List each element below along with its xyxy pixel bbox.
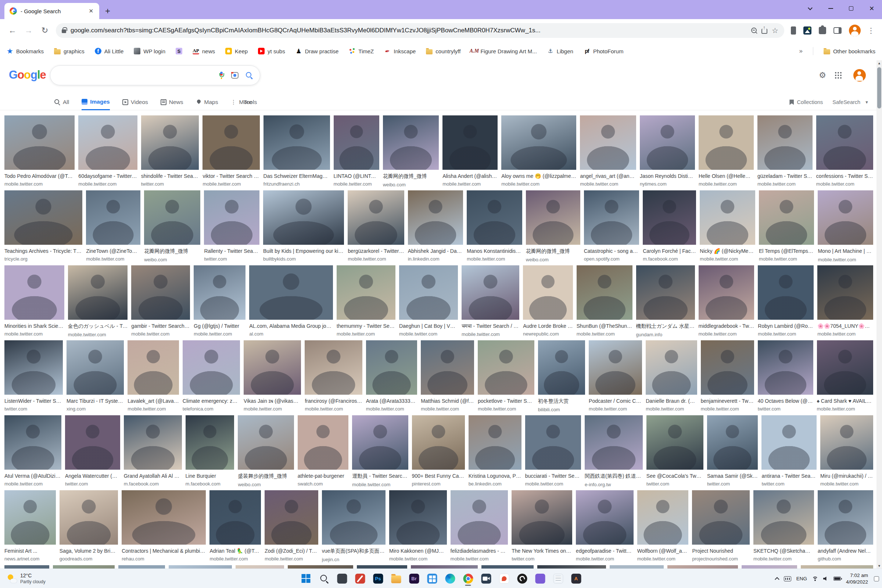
share-icon[interactable]	[762, 28, 767, 34]
result-card[interactable]: Rallenty - Twitter Search / T...twitter.…	[204, 190, 260, 262]
result-thumbnail[interactable]	[585, 415, 643, 470]
result-card[interactable]	[411, 565, 478, 568]
result-card[interactable]: Helle Olsen (@HelleOlsen11) ...mobile.tw…	[699, 116, 754, 188]
phone-extension-icon[interactable]	[791, 27, 796, 34]
result-card[interactable]: middlegradebook - Twitter Se...mobile.tw…	[699, 266, 754, 338]
result-card[interactable]	[357, 565, 407, 568]
result-card[interactable]: Aloy owns me 🤭 (@lizzpalmerx2000) / Twit…	[501, 116, 576, 188]
result-card[interactable]: Built by Kids | Empowering our kids who …	[263, 190, 344, 262]
result-thumbnail[interactable]	[411, 565, 478, 568]
result-thumbnail[interactable]	[65, 415, 120, 470]
result-thumbnail[interactable]	[399, 266, 458, 320]
settings-gear-icon[interactable]: ⚙	[819, 70, 826, 80]
result-thumbnail[interactable]	[408, 190, 464, 245]
result-thumbnail[interactable]	[298, 415, 348, 470]
taskbar-app-edge[interactable]	[443, 572, 458, 586]
taskbar-app-ms-store[interactable]	[425, 572, 440, 586]
result-thumbnail[interactable]	[334, 116, 379, 170]
lock-icon[interactable]	[62, 29, 66, 33]
new-tab-button[interactable]: +	[102, 6, 113, 16]
result-card[interactable]: LINTAO (@LINTAO0717)...mobile.twitter.co…	[334, 116, 379, 188]
result-card[interactable]: Zodi (@Zodi_Eci) / Twit...mobile.twitter…	[265, 490, 318, 562]
result-thumbnail[interactable]	[421, 340, 474, 395]
result-card[interactable]: Podcaster / Comic Creator...mobile.twitt…	[589, 340, 642, 412]
taskbar-app-red-app[interactable]	[497, 572, 512, 586]
bookmark-item-timez[interactable]: TimeZ	[349, 48, 374, 54]
google-logo[interactable]: Google	[9, 68, 46, 82]
result-card[interactable]: ♠ Card Shark ♥ AVAILABLE N...mobile.twit…	[817, 340, 873, 412]
tab-images[interactable]: Images	[82, 94, 110, 110]
other-bookmarks-button[interactable]: Other bookmarks	[824, 48, 875, 54]
result-card[interactable]: 金色のガッシュベル - Twitter ...mobile.twitter.co…	[68, 266, 128, 338]
result-thumbnail[interactable]	[322, 490, 386, 544]
bookmark-item-s[interactable]: S	[176, 48, 182, 54]
result-card[interactable]: SKETCHQ (@SketchaOfficial)...mobile.twit…	[753, 490, 814, 562]
result-card[interactable]: El Temps (@ElTemps_cat) / T...mobile.twi…	[759, 190, 814, 262]
address-bar[interactable]: google.com/search?tbs=simg:CAESgAEafgsQs…	[56, 23, 784, 38]
result-card[interactable]: ShunBun (@TheShunBun) / T...mobile.twitt…	[577, 266, 633, 338]
result-card[interactable]: Vikas Jain ɪɴ (@vikas__jain) /...mobile.…	[244, 340, 301, 412]
result-card[interactable]: Grand Ayatollah Ali Al Sistani ...m.face…	[124, 415, 182, 487]
result-card[interactable]: pocketlove - Twitter Search / ...mobile.…	[478, 340, 534, 412]
result-card[interactable]: Feminist Art ...news.artnet.com	[4, 490, 56, 562]
result-thumbnail[interactable]	[4, 415, 62, 470]
result-thumbnail[interactable]	[128, 340, 179, 395]
menu-kebab-icon[interactable]: ⋮	[867, 26, 874, 35]
tab-close-icon[interactable]: ✕	[86, 7, 96, 15]
notification-center-icon[interactable]	[874, 576, 879, 581]
clock[interactable]: 7:02 am 4/09/2022	[846, 572, 868, 585]
result-thumbnail[interactable]	[169, 565, 232, 568]
result-thumbnail[interactable]	[758, 266, 814, 320]
result-card[interactable]: Lavalek_art (@Lavalek...mobile.twitter.c…	[128, 340, 179, 412]
reload-icon[interactable]: ↻	[38, 23, 52, 38]
result-thumbnail[interactable]	[210, 490, 261, 544]
result-card[interactable]: francirosy (@Francirosy) / Tw...mobile.t…	[304, 340, 362, 412]
result-thumbnail[interactable]	[577, 266, 633, 320]
result-thumbnail[interactable]	[238, 415, 294, 470]
result-card[interactable]: 900+ Best Funny Cario...pinterest.com	[412, 415, 465, 487]
result-thumbnail[interactable]	[183, 340, 240, 395]
result-thumbnail[interactable]	[753, 490, 814, 544]
result-card[interactable]: Miru (@mirukachii) / Twit...mobile.twitt…	[820, 415, 873, 487]
search-input[interactable]	[58, 72, 212, 79]
result-card[interactable]	[742, 565, 798, 568]
result-thumbnail[interactable]	[758, 116, 813, 170]
result-card[interactable]: The New York Times on Twitter...twitter.…	[512, 490, 572, 562]
result-thumbnail[interactable]	[450, 490, 508, 544]
bookmark-item-draw-practise[interactable]: ♟Draw practise	[296, 48, 339, 54]
result-thumbnail[interactable]	[538, 340, 585, 395]
result-card[interactable]: Alisha Andert (@alisha_an...mobile.twitt…	[442, 116, 498, 188]
result-card[interactable]: Gg (@lgtjs) / Twittermobile.twitter.com	[194, 266, 246, 338]
result-card[interactable]: Adrian Teal 🦜 (@Teal...mobile.twitter.co…	[210, 490, 261, 562]
result-thumbnail[interactable]	[442, 116, 498, 170]
side-panel-icon[interactable]	[834, 27, 842, 34]
close-button[interactable]: ✕	[861, 0, 882, 17]
result-card[interactable]: gambir - Twitter Search / Twit...mobile.…	[131, 266, 190, 338]
result-thumbnail[interactable]	[4, 190, 82, 245]
result-card[interactable]: Danielle Braun dr. (@dan...mobile.twitte…	[646, 340, 697, 412]
collections-button[interactable]: Collections	[789, 99, 823, 105]
result-thumbnail[interactable]	[462, 266, 519, 320]
result-card[interactable]	[4, 565, 49, 568]
result-card[interactable]: Atul Verma (@AtulDizipro) / T...mobile.t…	[4, 415, 62, 487]
result-card[interactable]: vue单页面(SPA)和多页面(MPA)...juejin.cn	[322, 490, 386, 562]
result-card[interactable]: Daeghun | Cat Boy | VTuber | S...mobile.…	[399, 266, 458, 338]
taskbar-app-task-view[interactable]	[335, 572, 350, 586]
result-card[interactable]: 60daysofgame - Twitter Sear...mobile.twi…	[78, 116, 137, 188]
result-card[interactable]: 花瓣网的微博_微博weibo.com	[383, 116, 439, 188]
taskbar-app-search[interactable]	[317, 572, 332, 586]
result-thumbnail[interactable]	[478, 340, 534, 395]
result-thumbnail[interactable]	[580, 116, 636, 170]
apps-grid-icon[interactable]	[835, 72, 842, 79]
tray-chevron-up-icon[interactable]	[775, 577, 780, 582]
result-thumbnail[interactable]	[640, 116, 695, 170]
taskbar-app-windows-start[interactable]	[299, 572, 314, 586]
result-thumbnail[interactable]	[762, 415, 817, 470]
result-card[interactable]: athlete-pat-burgenerswatch.com	[298, 415, 348, 487]
result-thumbnail[interactable]	[78, 116, 137, 170]
url-text[interactable]: google.com/search?tbs=simg:CAESgAEafgsQs…	[70, 27, 747, 34]
result-thumbnail[interactable]	[264, 116, 330, 170]
result-thumbnail[interactable]	[512, 490, 572, 544]
zoom-out-icon[interactable]	[751, 28, 757, 33]
result-thumbnail[interactable]	[707, 415, 758, 470]
